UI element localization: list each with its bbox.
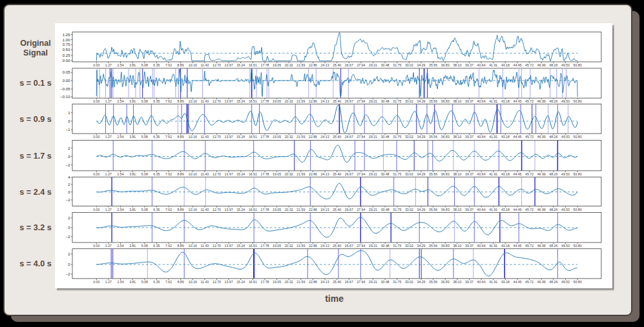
svg-text:36.83: 36.83 — [441, 244, 450, 248]
svg-text:31.75: 31.75 — [393, 99, 401, 103]
svg-text:20.32: 20.32 — [285, 172, 293, 176]
svg-text:6.35: 6.35 — [153, 244, 160, 248]
svg-text:46.99: 46.99 — [537, 244, 546, 248]
svg-text:26.67: 26.67 — [345, 280, 353, 284]
svg-text:35.56: 35.56 — [429, 172, 437, 176]
svg-text:8.89: 8.89 — [178, 63, 184, 67]
svg-text:50.80: 50.80 — [574, 280, 582, 284]
svg-text:30.48: 30.48 — [381, 99, 390, 103]
svg-text:19.05: 19.05 — [273, 63, 281, 67]
svg-text:10.16: 10.16 — [189, 135, 197, 139]
svg-text:43.18: 43.18 — [501, 172, 510, 176]
svg-text:20.32: 20.32 — [285, 280, 293, 284]
svg-text:38.10: 38.10 — [453, 208, 461, 212]
svg-text:4: 4 — [68, 175, 70, 179]
svg-text:11.43: 11.43 — [201, 63, 209, 67]
svg-text:36.83: 36.83 — [441, 280, 450, 284]
svg-text:38.10: 38.10 — [453, 135, 461, 139]
svg-text:25.40: 25.40 — [333, 244, 341, 248]
svg-text:38.10: 38.10 — [453, 172, 461, 176]
svg-text:7.62: 7.62 — [165, 244, 172, 248]
svg-text:12.70: 12.70 — [213, 172, 221, 176]
svg-text:26.67: 26.67 — [345, 63, 353, 67]
svg-text:46.99: 46.99 — [537, 280, 546, 284]
svg-text:0.00: 0.00 — [93, 280, 99, 284]
svg-text:8.89: 8.89 — [178, 99, 184, 103]
svg-text:40.64: 40.64 — [477, 135, 486, 139]
svg-text:30.48: 30.48 — [381, 63, 390, 67]
svg-text:−0.10: −0.10 — [60, 95, 70, 99]
svg-text:5.08: 5.08 — [141, 63, 148, 67]
svg-text:35.56: 35.56 — [429, 280, 437, 284]
svg-text:21.59: 21.59 — [296, 135, 305, 139]
svg-text:Signal: Signal — [23, 48, 48, 57]
svg-text:49.53: 49.53 — [561, 172, 570, 176]
svg-text:30.48: 30.48 — [381, 244, 390, 248]
svg-text:43.18: 43.18 — [501, 244, 510, 248]
svg-text:0: 0 — [68, 190, 70, 194]
svg-text:8.89: 8.89 — [178, 244, 184, 248]
svg-text:36.83: 36.83 — [441, 172, 450, 176]
svg-text:13.97: 13.97 — [225, 99, 233, 103]
svg-text:48.26: 48.26 — [549, 280, 557, 284]
svg-text:30.48: 30.48 — [381, 208, 390, 212]
svg-text:43.18: 43.18 — [501, 135, 510, 139]
svg-text:45.72: 45.72 — [525, 135, 534, 139]
svg-text:3.81: 3.81 — [129, 208, 136, 212]
svg-text:43.18: 43.18 — [501, 280, 510, 284]
svg-text:27.94: 27.94 — [357, 99, 365, 103]
svg-text:49.53: 49.53 — [561, 244, 570, 248]
svg-text:22.86: 22.86 — [309, 99, 317, 103]
svg-text:39.37: 39.37 — [465, 244, 473, 248]
svg-text:12.70: 12.70 — [213, 244, 221, 248]
svg-text:3.81: 3.81 — [129, 135, 136, 139]
svg-text:3.81: 3.81 — [129, 63, 136, 67]
svg-text:34.29: 34.29 — [417, 63, 426, 67]
svg-text:17.78: 17.78 — [261, 280, 269, 284]
svg-text:1.25: 1.25 — [63, 33, 70, 37]
svg-text:−1: −1 — [66, 128, 71, 132]
svg-text:43.18: 43.18 — [501, 99, 510, 103]
svg-text:12.70: 12.70 — [213, 99, 221, 103]
svg-text:15.24: 15.24 — [236, 244, 245, 248]
svg-text:39.37: 39.37 — [465, 99, 473, 103]
svg-text:39.37: 39.37 — [465, 135, 473, 139]
svg-text:30.48: 30.48 — [381, 135, 390, 139]
svg-text:15.24: 15.24 — [236, 99, 245, 103]
svg-text:41.91: 41.91 — [489, 244, 497, 248]
svg-text:8.89: 8.89 — [178, 172, 184, 176]
svg-text:50.80: 50.80 — [574, 208, 582, 212]
svg-text:6.35: 6.35 — [153, 172, 160, 176]
svg-text:22.86: 22.86 — [309, 172, 317, 176]
svg-text:−2: −2 — [66, 163, 71, 167]
svg-text:0.00: 0.00 — [93, 99, 99, 103]
svg-text:29.21: 29.21 — [369, 99, 377, 103]
svg-text:17.78: 17.78 — [261, 208, 269, 212]
svg-text:44.45: 44.45 — [514, 99, 522, 103]
svg-text:3.81: 3.81 — [129, 172, 136, 176]
svg-text:49.53: 49.53 — [561, 280, 570, 284]
svg-text:3.81: 3.81 — [129, 280, 136, 284]
svg-text:31.75: 31.75 — [393, 244, 401, 248]
svg-text:17.78: 17.78 — [261, 99, 269, 103]
svg-text:25.40: 25.40 — [333, 99, 341, 103]
svg-text:−2: −2 — [66, 272, 71, 276]
svg-text:22.86: 22.86 — [309, 63, 317, 67]
svg-text:46.99: 46.99 — [537, 135, 546, 139]
svg-text:2.54: 2.54 — [117, 172, 123, 176]
svg-text:1.27: 1.27 — [105, 172, 112, 176]
svg-text:11.43: 11.43 — [201, 280, 209, 284]
svg-text:20.32: 20.32 — [285, 244, 293, 248]
svg-text:2.54: 2.54 — [117, 244, 123, 248]
svg-text:1.27: 1.27 — [105, 244, 112, 248]
svg-text:6.35: 6.35 — [153, 208, 160, 212]
svg-text:16.51: 16.51 — [249, 172, 257, 176]
svg-text:33.02: 33.02 — [405, 63, 413, 67]
svg-text:39.37: 39.37 — [465, 280, 473, 284]
svg-text:46.99: 46.99 — [537, 208, 546, 212]
svg-text:s = 0.1 s: s = 0.1 s — [19, 79, 51, 88]
svg-text:s = 3.2 s: s = 3.2 s — [19, 223, 51, 232]
svg-text:12.70: 12.70 — [213, 280, 221, 284]
svg-text:26.67: 26.67 — [345, 135, 353, 139]
svg-text:5.08: 5.08 — [141, 135, 148, 139]
